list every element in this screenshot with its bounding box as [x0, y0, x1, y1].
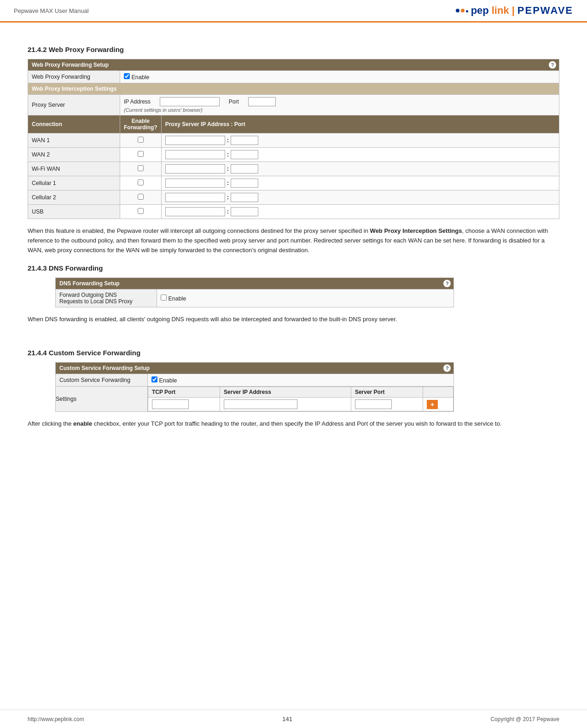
cellular2-proxy-addr-cell: :: [161, 191, 559, 205]
wan2-checkbox-cell: [120, 148, 162, 162]
port-label: Port: [229, 98, 239, 105]
settings-label: Settings: [56, 387, 148, 412]
dns-forward-row: Forward Outgoing DNSRequests to Local DN…: [56, 289, 454, 307]
server-port-input[interactable]: [355, 399, 392, 409]
main-content: 21.4.2 Web Proxy Forwarding Web Proxy Fo…: [0, 23, 587, 451]
logo-separator: |: [512, 5, 515, 17]
wan2-label: WAN 2: [28, 148, 120, 162]
web-proxy-label: Web Proxy Forwarding: [28, 71, 120, 83]
help-icon-custom[interactable]: ?: [443, 364, 451, 372]
cellular2-checkbox-cell: [120, 191, 162, 205]
section-2144-body: After clicking the enable checkbox, ente…: [28, 419, 559, 429]
dns-table-header: DNS Forwarding Setup ?: [56, 278, 454, 289]
wifi-wan-ip-input[interactable]: [165, 164, 225, 173]
wan2-port-input[interactable]: [231, 150, 258, 159]
wifi-wan-checkbox-cell: [120, 162, 162, 176]
wan1-checkbox-cell: [120, 133, 162, 148]
cellular1-checkbox-cell: [120, 176, 162, 191]
usb-label: USB: [28, 205, 120, 219]
wifi-wan-enable-checkbox[interactable]: [138, 165, 144, 171]
custom-service-enable-checkbox[interactable]: [151, 376, 157, 382]
connection-header-row: Connection Enable Forwarding? Proxy Serv…: [28, 116, 559, 133]
web-proxy-table-header: Web Proxy Forwarding Setup ?: [28, 59, 559, 71]
settings-value-cell: TCP Port Server IP Address Server Port: [148, 387, 454, 412]
logo-link: link: [492, 5, 509, 17]
cellular2-port-input[interactable]: [231, 193, 258, 202]
custom-settings-row: Settings TCP Port Server IP Address Serv…: [56, 387, 454, 412]
settings-inner-table: TCP Port Server IP Address Server Port: [148, 387, 453, 411]
dns-forwarding-table: DNS Forwarding Setup ? Forward Outgoing …: [55, 277, 454, 307]
wan2-proxy-addr-cell: :: [161, 148, 559, 162]
ip-address-label: IP Address: [124, 98, 151, 105]
custom-service-enable-cell: Enable: [148, 374, 454, 387]
add-btn-cell: +: [423, 398, 453, 411]
usb-proxy-addr-cell: :: [161, 205, 559, 219]
wan1-port-input[interactable]: [231, 136, 258, 145]
page-header: Pepwave MAX User Manual peplink | PEPWAV…: [0, 0, 587, 23]
help-icon-dns[interactable]: ?: [443, 280, 451, 287]
custom-service-table-header-row: Custom Service Forwarding Setup ?: [56, 363, 454, 374]
section-2144-heading: 21.4.4 Custom Service Forwarding: [28, 349, 559, 357]
table-row: WAN 1 :: [28, 133, 559, 148]
custom-service-forwarding-table: Custom Service Forwarding Setup ? Custom…: [55, 362, 454, 412]
help-icon-web-proxy[interactable]: ?: [549, 61, 556, 69]
web-proxy-enable-cell: Enable: [120, 71, 559, 83]
server-port-input-cell: [351, 398, 423, 411]
cellular1-ip-input[interactable]: [165, 179, 225, 188]
enable-bold: enable: [73, 420, 92, 427]
dns-forward-label: Forward Outgoing DNSRequests to Local DN…: [56, 289, 157, 307]
tcp-port-col-header: TCP Port: [148, 387, 220, 398]
interception-settings-header-row: Web Proxy Interception Settings: [28, 83, 559, 95]
wan1-label: WAN 1: [28, 133, 120, 148]
server-port-col-header: Server Port: [351, 387, 423, 398]
proxy-port-input[interactable]: [248, 97, 276, 106]
add-col-header: [423, 387, 453, 398]
logo-dots: [456, 9, 468, 12]
cellular2-ip-input[interactable]: [165, 193, 225, 202]
wan1-ip-input[interactable]: [165, 136, 225, 145]
tcp-port-input[interactable]: [152, 399, 189, 409]
web-proxy-enable-label: Enable: [131, 74, 149, 81]
proxy-server-label: Proxy Server: [28, 95, 120, 116]
custom-service-enable-label: Enable: [159, 377, 177, 384]
server-ip-input[interactable]: [224, 399, 297, 409]
cellular1-port-input[interactable]: [231, 179, 258, 188]
custom-service-table-header: Custom Service Forwarding Setup ?: [56, 363, 454, 374]
usb-ip-input[interactable]: [165, 207, 225, 216]
wan2-ip-input[interactable]: [165, 150, 225, 159]
footer-copyright: Copyright @ 2017 Pepwave: [490, 716, 559, 722]
usb-port-input[interactable]: [231, 207, 258, 216]
cellular1-enable-checkbox[interactable]: [138, 179, 144, 185]
section-2142-heading: 21.4.2 Web Proxy Forwarding: [28, 46, 559, 53]
footer-page: 141: [282, 716, 292, 722]
web-proxy-enable-checkbox[interactable]: [124, 73, 130, 79]
dns-table-header-row: DNS Forwarding Setup ?: [56, 278, 454, 289]
add-row-button[interactable]: +: [427, 400, 438, 409]
logo-dot-1: [456, 9, 459, 12]
dns-forward-enable-checkbox[interactable]: [161, 295, 167, 300]
proxy-ip-input[interactable]: [160, 97, 220, 106]
web-proxy-forwarding-table: Web Proxy Forwarding Setup ? Web Proxy F…: [28, 59, 559, 219]
table-row: WAN 2 :: [28, 148, 559, 162]
wan1-enable-checkbox[interactable]: [138, 137, 144, 143]
wifi-wan-proxy-addr-cell: :: [161, 162, 559, 176]
cellular2-enable-checkbox[interactable]: [138, 194, 144, 200]
server-ip-input-cell: [220, 398, 351, 411]
logo: peplink | PEPWAVE: [456, 5, 573, 17]
wan1-proxy-addr-cell: :: [161, 133, 559, 148]
proxy-server-value-cell: IP Address Port (Current settings in use…: [120, 95, 559, 116]
cellular2-label: Cellular 2: [28, 191, 120, 205]
wan2-enable-checkbox[interactable]: [138, 151, 144, 157]
connection-col-header: Connection: [28, 116, 120, 133]
web-proxy-enable-row: Web Proxy Forwarding Enable: [28, 71, 559, 83]
proxy-ip-hint: (Current settings in users' browser): [124, 107, 555, 113]
proxy-ip-row: IP Address Port: [124, 97, 555, 106]
table-row: Cellular 2 :: [28, 191, 559, 205]
dns-enable-label: Enable: [168, 295, 186, 302]
table-row: USB :: [28, 205, 559, 219]
usb-enable-checkbox[interactable]: [138, 208, 144, 214]
wifi-wan-port-input[interactable]: [231, 164, 258, 173]
section-2142-body: When this feature is enabled, the Pepwav…: [28, 226, 559, 255]
section-2143-body: When DNS forwarding is enabled, all clie…: [28, 315, 559, 324]
proxy-server-row: Proxy Server IP Address Port (Current se…: [28, 95, 559, 116]
